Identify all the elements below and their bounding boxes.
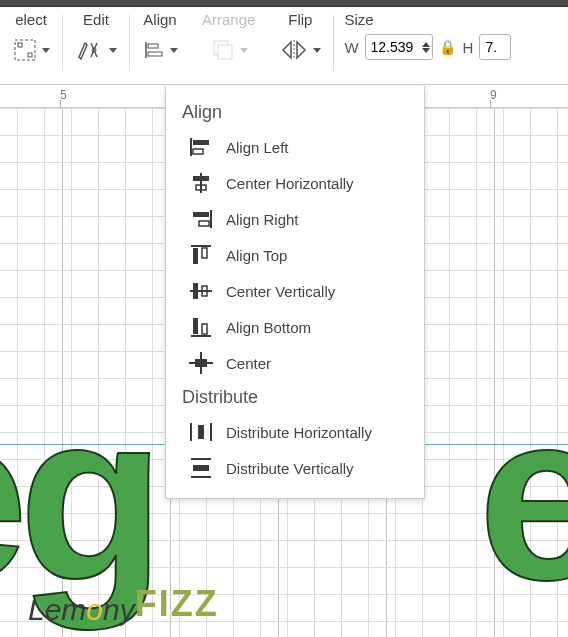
watermark: LemonyFIZZ [28, 587, 219, 629]
svg-rect-2 [28, 53, 32, 57]
select-icon [12, 37, 38, 63]
width-input[interactable]: 12.539 [365, 34, 433, 60]
svg-rect-33 [198, 425, 204, 439]
watermark-fizz: FIZZ [135, 583, 219, 624]
distribute-vertical-icon [188, 457, 214, 479]
center-icon [188, 352, 214, 374]
menu-distribute-vertically[interactable]: Distribute Vertically [166, 450, 424, 486]
align-label: Align [143, 11, 176, 28]
arrange-label: Arrange [202, 11, 255, 28]
watermark-o: o [86, 593, 103, 626]
width-stepper[interactable] [422, 42, 430, 53]
align-top-icon [188, 244, 214, 266]
chevron-down-icon [109, 48, 117, 53]
menu-center-horizontally[interactable]: Center Horizontally [166, 165, 424, 201]
svg-rect-20 [193, 248, 198, 264]
arrange-group: Arrange [190, 11, 267, 68]
align-icon [142, 38, 166, 62]
menu-label: Align Bottom [226, 319, 311, 336]
flip-icon [279, 38, 309, 62]
svg-rect-26 [193, 318, 198, 334]
ruler-tick: 9 [490, 86, 497, 108]
align-button[interactable] [142, 32, 178, 68]
canvas-text-left[interactable]: eg [0, 376, 155, 616]
svg-rect-14 [193, 176, 209, 181]
center-vertical-icon [188, 280, 214, 302]
toolbar: elect Edit Align Arrange Flip [0, 7, 568, 85]
menu-distribute-horizontally[interactable]: Distribute Horizontally [166, 414, 424, 450]
width-label: W [344, 39, 358, 56]
edit-group: Edit [63, 11, 129, 68]
svg-rect-12 [193, 149, 203, 154]
chevron-down-icon [240, 48, 248, 53]
svg-rect-27 [202, 324, 207, 334]
svg-rect-1 [18, 43, 22, 47]
svg-rect-5 [148, 44, 158, 48]
flip-label: Flip [288, 11, 312, 28]
watermark-text: Lem [28, 593, 86, 626]
dropdown-section-align: Align [166, 96, 424, 129]
menu-label: Distribute Vertically [226, 460, 354, 477]
menu-label: Center Horizontally [226, 175, 354, 192]
flip-group: Flip [267, 11, 333, 68]
chevron-down-icon [42, 48, 50, 53]
edit-tools-icon [75, 37, 105, 63]
menu-label: Align Left [226, 139, 289, 156]
align-left-icon [188, 136, 214, 158]
size-label: Size [344, 11, 511, 28]
menu-align-right[interactable]: Align Right [166, 201, 424, 237]
menu-align-bottom[interactable]: Align Bottom [166, 309, 424, 345]
align-bottom-icon [188, 316, 214, 338]
align-dropdown: Align Align Left Center Horizontally Ali… [165, 86, 425, 499]
menu-label: Distribute Horizontally [226, 424, 372, 441]
menu-label: Center Vertically [226, 283, 335, 300]
svg-rect-11 [193, 140, 209, 145]
select-label: elect [15, 11, 47, 28]
menu-center-vertically[interactable]: Center Vertically [166, 273, 424, 309]
svg-rect-30 [195, 359, 207, 367]
menu-label: Align Top [226, 247, 287, 264]
svg-rect-17 [193, 212, 209, 217]
svg-rect-21 [202, 248, 207, 258]
dropdown-section-distribute: Distribute [166, 381, 424, 414]
lock-aspect-button[interactable]: 🔒 [439, 39, 457, 55]
menu-label: Center [226, 355, 271, 372]
watermark-text: ny [103, 593, 135, 626]
select-button[interactable] [12, 32, 50, 68]
height-value: 7. [485, 39, 497, 55]
svg-rect-18 [199, 221, 209, 226]
ruler-tick: 5 [60, 86, 67, 108]
menu-center[interactable]: Center [166, 345, 424, 381]
edit-button[interactable] [75, 32, 117, 68]
svg-rect-23 [193, 283, 198, 299]
svg-rect-6 [148, 52, 162, 56]
canvas-text-right[interactable]: er [478, 376, 568, 616]
center-horizontal-icon [188, 172, 214, 194]
menu-label: Align Right [226, 211, 299, 228]
height-label: H [463, 39, 474, 56]
align-right-icon [188, 208, 214, 230]
width-value: 12.539 [371, 39, 414, 55]
canvas[interactable]: 5 9 eg er Align Align Left Center Horizo… [0, 86, 568, 637]
arrange-icon [210, 37, 236, 63]
app-titlebar [0, 0, 568, 7]
chevron-down-icon [170, 48, 178, 53]
height-input[interactable]: 7. [479, 34, 511, 60]
menu-align-left[interactable]: Align Left [166, 129, 424, 165]
flip-button[interactable] [279, 32, 321, 68]
arrange-button [210, 32, 248, 68]
chevron-down-icon [313, 48, 321, 53]
menu-align-top[interactable]: Align Top [166, 237, 424, 273]
select-group: elect [0, 11, 62, 68]
svg-rect-36 [193, 465, 209, 471]
svg-rect-8 [218, 45, 232, 59]
lock-icon: 🔒 [439, 39, 456, 55]
align-group: Align [130, 11, 190, 68]
size-group: Size W 12.539 🔒 H 7. [334, 11, 521, 60]
distribute-horizontal-icon [188, 421, 214, 443]
edit-label: Edit [83, 11, 109, 28]
